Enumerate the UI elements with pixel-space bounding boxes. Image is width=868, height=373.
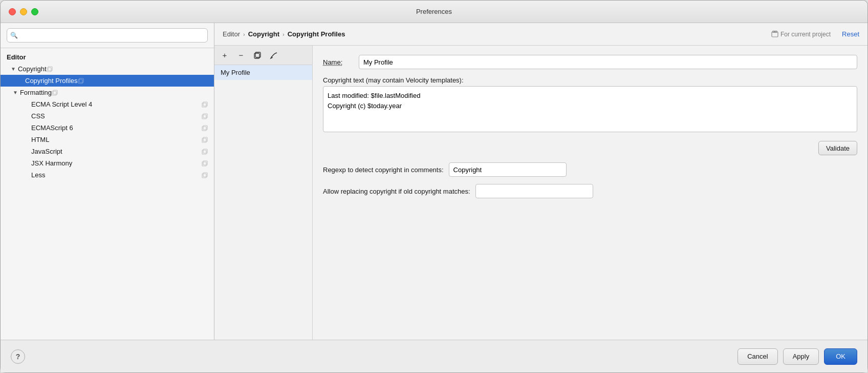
name-label-text: Name: xyxy=(323,58,342,66)
svg-rect-1 xyxy=(48,67,52,71)
sidebar: 🔍 Editor ▼ Copyright xyxy=(1,23,214,340)
chevron-icon-1: › xyxy=(243,31,245,37)
profiles-list-area: + − xyxy=(214,46,313,340)
validate-row: Validate xyxy=(323,141,857,155)
allow-row: Allow replacing copyright if old copyrig… xyxy=(323,184,857,198)
breadcrumb-copyright: Copyright xyxy=(248,30,279,38)
details-area: Name: Copyright text (may contain Veloci… xyxy=(313,46,867,340)
sidebar-item-copyright-label: Copyright xyxy=(18,65,47,73)
copy-icon-ecma4 xyxy=(202,101,208,108)
tree-area: Editor ▼ Copyright Copyright Profiles xyxy=(1,48,214,340)
sidebar-item-copyright[interactable]: ▼ Copyright xyxy=(1,63,214,75)
close-button[interactable] xyxy=(9,8,16,15)
svg-rect-14 xyxy=(202,150,206,154)
sidebar-item-html-label: HTML xyxy=(31,136,49,143)
sidebar-item-css[interactable]: CSS xyxy=(1,110,214,122)
for-project-label: For current project xyxy=(780,31,831,38)
regexp-label: Regexp to detect copyright in comments: xyxy=(323,166,444,174)
cancel-button[interactable]: Cancel xyxy=(737,348,777,365)
minimize-button[interactable] xyxy=(20,8,27,15)
sidebar-item-html[interactable]: HTML xyxy=(1,134,214,146)
svg-rect-8 xyxy=(202,115,206,119)
copy-icon-html xyxy=(202,137,208,143)
apply-button[interactable]: Apply xyxy=(783,348,819,365)
copy-icon xyxy=(47,66,53,72)
sidebar-item-jsx-label: JSX Harmony xyxy=(31,159,72,167)
breadcrumb-copyright-profiles: Copyright Profiles xyxy=(288,30,345,38)
profile-item-label: My Profile xyxy=(221,69,250,76)
project-icon xyxy=(771,31,778,38)
move-profile-button[interactable] xyxy=(268,50,280,61)
svg-rect-7 xyxy=(203,102,207,106)
remove-profile-button[interactable]: − xyxy=(235,50,247,61)
svg-rect-15 xyxy=(203,149,207,153)
validate-button[interactable]: Validate xyxy=(818,141,857,155)
sidebar-item-javascript-label: JavaScript xyxy=(31,148,62,155)
copy-icon-css xyxy=(202,113,208,119)
add-profile-button[interactable]: + xyxy=(219,50,231,61)
sidebar-item-ecma6[interactable]: ECMAScript 6 xyxy=(1,122,214,134)
chevron-icon-2: › xyxy=(283,31,285,37)
copy-profile-button[interactable] xyxy=(251,50,264,61)
svg-rect-10 xyxy=(202,127,206,131)
sidebar-item-less[interactable]: Less xyxy=(1,169,214,181)
sidebar-item-ecma6-label: ECMAScript 6 xyxy=(31,124,73,132)
for-current-project: For current project xyxy=(771,31,831,38)
search-bar: 🔍 xyxy=(1,23,214,48)
copy-icon-javascript xyxy=(202,149,208,155)
search-icon: 🔍 xyxy=(10,32,18,39)
profile-item-my-profile[interactable]: My Profile xyxy=(214,65,312,80)
regexp-row: Regexp to detect copyright in comments: xyxy=(323,162,857,177)
sidebar-item-javascript[interactable]: JavaScript xyxy=(1,146,214,157)
help-button[interactable]: ? xyxy=(11,349,25,364)
copy-icon-less xyxy=(202,172,208,178)
sidebar-item-jsx[interactable]: JSX Harmony xyxy=(1,157,214,169)
allow-input[interactable] xyxy=(475,184,593,198)
bottom-actions: Cancel Apply OK xyxy=(737,348,857,365)
copyright-textarea[interactable]: Last modified: $file.lastModified Copyri… xyxy=(323,86,857,132)
search-input[interactable] xyxy=(7,28,208,43)
allow-label: Allow replacing copyright if old copyrig… xyxy=(323,188,470,195)
regexp-input[interactable] xyxy=(449,162,567,177)
sidebar-item-copyright-profiles[interactable]: Copyright Profiles xyxy=(1,75,214,87)
reset-button[interactable]: Reset xyxy=(842,30,859,38)
copy-icon-ecma6 xyxy=(202,125,208,131)
svg-rect-5 xyxy=(53,90,57,94)
svg-rect-17 xyxy=(203,161,207,165)
svg-rect-0 xyxy=(47,68,51,72)
split-panel: + − xyxy=(214,46,867,340)
search-wrapper: 🔍 xyxy=(7,28,208,43)
breadcrumb-editor: Editor xyxy=(223,30,240,38)
preferences-window: Preferences 🔍 Editor ▼ Copyright xyxy=(0,0,868,373)
svg-rect-16 xyxy=(202,162,206,166)
svg-rect-2 xyxy=(78,79,82,84)
copy-profile-icon xyxy=(253,51,262,59)
profiles-list: My Profile xyxy=(214,65,312,340)
sidebar-item-less-label: Less xyxy=(31,171,45,179)
svg-rect-4 xyxy=(52,91,56,95)
svg-rect-13 xyxy=(203,137,207,141)
maximize-button[interactable] xyxy=(31,8,38,15)
svg-rect-3 xyxy=(79,78,83,82)
window-title: Preferences xyxy=(416,8,452,15)
move-profile-icon xyxy=(270,51,278,59)
bottom-bar: ? Cancel Apply OK xyxy=(1,340,867,372)
sidebar-item-ecma4[interactable]: ECMA Script Level 4 xyxy=(1,98,214,110)
right-panel: Editor › Copyright › Copyright Profiles … xyxy=(214,23,867,340)
titlebar: Preferences xyxy=(1,1,867,23)
svg-rect-11 xyxy=(203,126,207,130)
sidebar-item-copyright-profiles-label: Copyright Profiles xyxy=(25,77,78,85)
sidebar-item-ecma4-label: ECMA Script Level 4 xyxy=(31,100,92,108)
sidebar-item-formatting[interactable]: ▼ Formatting xyxy=(1,87,214,98)
name-input[interactable] xyxy=(359,55,857,69)
sidebar-item-formatting-label: Formatting xyxy=(20,89,52,96)
svg-rect-9 xyxy=(203,114,207,118)
sidebar-item-css-label: CSS xyxy=(31,112,45,120)
copyright-text-section: Copyright text (may contain Velocity tem… xyxy=(323,76,857,134)
tree-section-editor: Editor xyxy=(1,51,214,63)
arrow-icon: ▼ xyxy=(11,66,16,72)
svg-rect-19 xyxy=(203,173,207,177)
svg-rect-18 xyxy=(202,174,206,178)
ok-button[interactable]: OK xyxy=(824,348,857,365)
breadcrumb: Editor › Copyright › Copyright Profiles xyxy=(223,30,345,38)
